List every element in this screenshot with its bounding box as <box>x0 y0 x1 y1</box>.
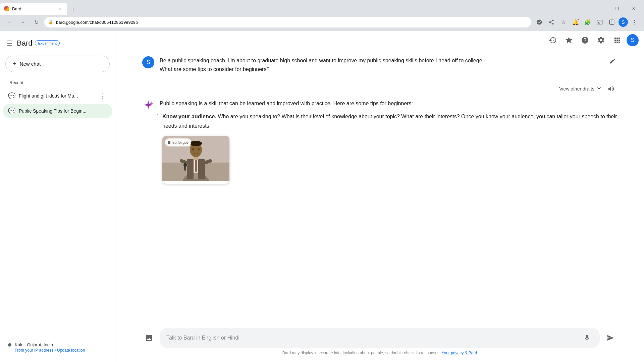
chat-item-label-2: Public Speaking Tips for Begin... <box>19 108 107 114</box>
profile-avatar[interactable]: S <box>619 17 628 27</box>
bard-logo: Bard Experiment <box>17 39 60 48</box>
tab-close-button[interactable]: ✕ <box>57 6 63 12</box>
url-text: bard.google.com/chat/d3064128619e929b <box>56 20 527 25</box>
plus-icon: + <box>12 60 16 68</box>
app-profile-avatar[interactable]: S <box>627 34 639 46</box>
audio-play-icon[interactable] <box>605 83 617 95</box>
new-tab-button[interactable]: + <box>68 5 78 15</box>
svg-rect-9 <box>195 160 197 172</box>
svg-rect-6 <box>187 159 194 179</box>
notifications-icon[interactable]: 🔔 <box>570 17 581 27</box>
close-window-button[interactable]: ✕ <box>626 3 641 15</box>
tab-title: Bard <box>12 6 54 11</box>
address-bar: ← → ↻ 🔒 bard.google.com/chat/d3064128619… <box>0 15 644 31</box>
chat-more-button-1[interactable]: ⋮ <box>98 91 107 101</box>
user-avatar: S <box>142 56 154 68</box>
app-header: S <box>115 31 644 50</box>
extension-icon-1[interactable] <box>534 17 545 27</box>
input-placeholder-text: Talk to Bard in English or Hindi <box>166 335 581 341</box>
help-icon[interactable] <box>578 34 592 47</box>
chevron-down-icon <box>596 85 602 93</box>
chat-bubble-icon-1: 💬 <box>8 92 15 100</box>
update-location-link[interactable]: Update location <box>57 348 85 353</box>
bard-response-container: View other drafts <box>142 81 617 193</box>
back-button[interactable]: ← <box>4 17 15 27</box>
image-upload-button[interactable] <box>142 331 156 345</box>
window-controls: ─ ❐ ✕ <box>592 3 644 15</box>
tab-favicon <box>4 6 9 11</box>
response-intro: Public speaking is a skill that can be l… <box>160 99 617 108</box>
drafts-bar: View other drafts <box>142 81 617 99</box>
image-card[interactable]: leb.fbi.gov <box>162 136 229 184</box>
favorites-icon[interactable] <box>562 34 576 47</box>
disclaimer-main: Bard may display inaccurate info, includ… <box>282 351 441 355</box>
maximize-button[interactable]: ❐ <box>609 3 625 15</box>
location-links[interactable]: From your IP address • Update location <box>15 348 85 353</box>
send-button[interactable] <box>604 331 617 345</box>
forward-button[interactable]: → <box>17 17 28 27</box>
user-message-text: Be a public speaking coach. I'm about to… <box>160 58 484 72</box>
sidebar-toggle-icon[interactable] <box>606 17 617 27</box>
location-name: Kalol, Gujarat, India <box>15 342 85 347</box>
user-message-content: Be a public speaking coach. I'm about to… <box>160 56 602 73</box>
chrome-cast-icon[interactable] <box>594 17 605 27</box>
separator: • <box>55 348 57 353</box>
sidebar-header: ☰ Bard Experiment <box>3 36 112 50</box>
location-info: Kalol, Gujarat, India From your IP addre… <box>8 342 107 353</box>
chat-item-label-1: Flight and gift ideas for Ma... <box>19 93 94 99</box>
chat-area: S Be a public speaking coach. I'm about … <box>115 50 644 324</box>
bookmark-icon[interactable]: ☆ <box>558 17 569 27</box>
microphone-button[interactable] <box>581 332 593 344</box>
new-chat-label: New chat <box>20 61 41 67</box>
settings-icon[interactable] <box>594 34 608 47</box>
bard-title: Bard <box>17 39 32 48</box>
app-container: ☰ Bard Experiment + New chat Recent 💬 Fl… <box>0 31 644 362</box>
apps-grid-icon[interactable] <box>610 34 624 47</box>
hamburger-menu-icon[interactable]: ☰ <box>7 39 13 47</box>
input-area: Talk to Bard in English or Hindi Bard ma… <box>115 324 644 362</box>
experiment-badge: Experiment <box>35 40 60 46</box>
minimize-button[interactable]: ─ <box>592 3 608 15</box>
privacy-link[interactable]: Your privacy & Bard <box>442 351 477 355</box>
list-item-text-1: Who are you speaking to? What is their l… <box>162 114 617 128</box>
location-dot-icon <box>8 343 11 347</box>
svg-point-19 <box>183 163 187 167</box>
edit-message-icon[interactable] <box>608 56 617 67</box>
chat-item-2[interactable]: 💬 Public Speaking Tips for Begin... <box>3 104 112 118</box>
svg-rect-0 <box>609 20 614 24</box>
notification-dot <box>577 18 580 21</box>
chrome-menu-icon[interactable]: ⋮ <box>629 17 640 27</box>
svg-rect-7 <box>198 159 205 179</box>
toolbar-icons: ☆ 🔔 🧩 S ⋮ <box>534 17 640 27</box>
chat-input[interactable]: Talk to Bard in English or Hindi <box>160 328 600 348</box>
image-source-badge: leb.fbi.gov <box>165 138 191 147</box>
list-item-1: Know your audience. Who are you speaking… <box>162 112 617 186</box>
tab-bar: Bard ✕ + ─ ❐ ✕ <box>0 0 644 15</box>
refresh-button[interactable]: ↻ <box>31 17 42 27</box>
svg-point-14 <box>198 148 200 150</box>
view-drafts-label: View other drafts <box>559 86 594 92</box>
browser-chrome: Bard ✕ + ─ ❐ ✕ ← → ↻ 🔒 bard.google.com/c… <box>0 0 644 31</box>
url-bar[interactable]: 🔒 bard.google.com/chat/d3064128619e929b <box>44 17 531 27</box>
svg-point-12 <box>190 141 202 146</box>
sidebar-footer: Kalol, Gujarat, India From your IP addre… <box>3 338 112 357</box>
source-dot <box>168 141 170 144</box>
bard-star-icon <box>143 100 154 110</box>
input-row: Talk to Bard in English or Hindi <box>142 328 617 348</box>
view-drafts-button[interactable]: View other drafts <box>559 85 602 93</box>
bard-message-row: Public speaking is a skill that can be l… <box>142 99 617 193</box>
chat-bubble-icon-2: 💬 <box>8 107 15 115</box>
chat-item-1[interactable]: 💬 Flight and gift ideas for Ma... ⋮ <box>3 88 112 104</box>
active-tab[interactable]: Bard ✕ <box>0 3 67 15</box>
bard-message-content: Public speaking is a skill that can be l… <box>160 99 617 193</box>
lock-icon: 🔒 <box>48 20 53 24</box>
bard-avatar <box>142 99 154 111</box>
new-chat-button[interactable]: + New chat <box>5 56 110 72</box>
history-icon[interactable] <box>546 34 559 47</box>
response-list: Know your audience. Who are you speaking… <box>160 112 617 186</box>
extensions-icon[interactable]: 🧩 <box>582 17 593 27</box>
sidebar: ☰ Bard Experiment + New chat Recent 💬 Fl… <box>0 31 115 362</box>
main-content: S S Be a public speaking coach. I'm abou… <box>115 31 644 362</box>
share-icon[interactable] <box>546 17 557 27</box>
from-ip-text: From your IP address <box>15 348 53 353</box>
